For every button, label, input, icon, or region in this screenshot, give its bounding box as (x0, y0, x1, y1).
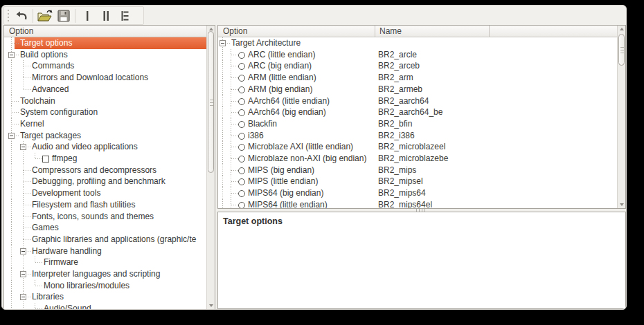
tree-item[interactable]: Commands (4, 60, 206, 72)
tree-item[interactable]: BlackfinBR2_bfin (218, 118, 617, 130)
tree-item[interactable]: MIPS64 (big endian)BR2_mips64 (218, 187, 617, 199)
tree-item-label: Commands (32, 61, 74, 71)
full-view-icon (119, 10, 130, 21)
tree-item[interactable]: AArch64 (big endian)BR2_aarch64_be (218, 106, 617, 118)
tree-guide-line (23, 205, 24, 210)
config-symbol-name: BR2_arceb (378, 61, 420, 71)
left-scrollbar[interactable] (206, 26, 215, 309)
tree-item[interactable]: Target packages (4, 130, 206, 142)
tree-guide-line (231, 193, 231, 198)
tree-connector-line (24, 205, 30, 205)
tree-item[interactable]: Microblaze non-AXI (big endian)BR2_micro… (218, 153, 617, 165)
open-button[interactable] (35, 8, 54, 24)
tree-item-label: Mirrors and Download locations (32, 73, 148, 83)
scroll-up-icon[interactable] (209, 28, 213, 30)
checkbox[interactable] (42, 156, 49, 162)
tree-guide-line (231, 136, 231, 141)
tree-item[interactable]: Firmware (4, 257, 206, 268)
tree-item[interactable]: Advanced (4, 84, 206, 95)
collapse-minus-icon[interactable] (20, 294, 26, 300)
left-tree: Target optionsBuild optionsCommandsMirro… (4, 26, 206, 309)
scroll-down-icon[interactable] (209, 304, 213, 307)
tree-item[interactable]: Games (4, 222, 206, 234)
tree-item[interactable]: MIPS64 (little endian)BR2_mips64el (218, 199, 617, 208)
collapse-minus-icon[interactable] (220, 40, 226, 46)
collapse-minus-icon[interactable] (8, 52, 15, 58)
tree-item[interactable]: ARM (big endian)BR2_armeb (218, 84, 617, 95)
tree-item[interactable]: Toolchain (4, 95, 206, 107)
tree-item[interactable]: ARC (little endian)BR2_arcle (218, 49, 617, 61)
tree-item-label: ARC (big endian) (248, 61, 312, 71)
split-view-button[interactable] (96, 8, 115, 24)
tree-item-label: ARM (big endian) (248, 84, 312, 95)
radio-button[interactable] (238, 156, 245, 162)
left-scrollbar-thumb[interactable] (208, 31, 214, 173)
tree-item[interactable]: Audio and video applications (4, 141, 206, 153)
right-scrollbar[interactable] (617, 26, 625, 208)
tree-item[interactable]: ARM (little endian)BR2_arm (218, 72, 617, 84)
single-view-button[interactable] (78, 8, 96, 24)
radio-button[interactable] (238, 86, 245, 93)
toolbar-drag-handle[interactable] (6, 10, 12, 22)
radio-button[interactable] (238, 121, 245, 128)
scroll-up-icon[interactable] (620, 28, 624, 30)
full-view-button[interactable] (115, 8, 134, 24)
tree-item[interactable]: Development tools (4, 187, 206, 199)
tree-item-label: ffmpeg (52, 154, 77, 164)
collapse-minus-icon[interactable] (20, 271, 26, 277)
tree-item[interactable]: System configuration (4, 106, 206, 118)
tree-item[interactable]: Compressors and decompressors (4, 165, 206, 176)
tree-item[interactable]: MIPS (little endian)BR2_mipsel (218, 176, 617, 187)
tree-item[interactable]: Kernel (4, 118, 206, 130)
app-window: Option Target optionsBuild optionsComman… (1, 5, 627, 310)
tree-item[interactable]: Mirrors and Download locations (4, 72, 206, 84)
radio-button[interactable] (238, 98, 245, 105)
tree-item[interactable]: i386BR2_i386 (218, 130, 617, 142)
tree-item[interactable]: Libraries (4, 291, 206, 303)
tree-item-label: Compressors and decompressors (32, 165, 156, 176)
config-symbol-name: BR2_arcle (378, 50, 417, 60)
radio-button[interactable] (238, 178, 245, 185)
tree-guide-line (222, 141, 223, 153)
tree-item[interactable]: Build options (4, 49, 206, 61)
tree-item[interactable]: Filesystem and flash utilities (4, 199, 206, 211)
collapse-minus-icon[interactable] (8, 133, 15, 139)
tree-item[interactable]: Audio/Sound (4, 303, 206, 309)
scroll-down-icon[interactable] (620, 203, 624, 206)
radio-button[interactable] (238, 144, 245, 151)
tree-item[interactable]: Microblaze AXI (little endian)BR2_microb… (218, 141, 617, 153)
tree-item[interactable]: Interpreter languages and scripting (4, 268, 206, 280)
tree-item[interactable]: Graphic libraries and applications (grap… (4, 234, 206, 245)
tree-item[interactable]: AArch64 (little endian)BR2_aarch64 (218, 95, 617, 107)
radio-button[interactable] (238, 190, 245, 197)
undo-button[interactable] (12, 8, 30, 24)
tree-item[interactable]: ffmpeg (4, 153, 206, 165)
radio-button[interactable] (238, 109, 245, 116)
radio-button[interactable] (238, 202, 245, 208)
tree-guide-line (231, 170, 231, 176)
tree-item-label: Audio and video applications (32, 142, 138, 152)
radio-button[interactable] (238, 133, 245, 140)
radio-button[interactable] (238, 75, 245, 82)
tree-item-label: Microblaze AXI (little endian) (248, 142, 353, 152)
tree-item-label: Hardware handling (32, 246, 102, 257)
save-button[interactable] (54, 8, 73, 24)
collapse-minus-icon[interactable] (20, 248, 26, 254)
tree-item[interactable]: Debugging, profiling and benchmark (4, 176, 206, 187)
tree-item[interactable]: Hardware handling (4, 245, 206, 257)
tree-item[interactable]: Target options (4, 37, 206, 49)
tree-item-label: Fonts, icons, sounds and themes (32, 212, 154, 222)
tree-item[interactable]: Target Architecture (218, 37, 617, 49)
radio-button[interactable] (238, 52, 245, 59)
right-scrollbar-thumb[interactable] (618, 34, 625, 66)
save-icon (57, 10, 70, 22)
split-view-icon (100, 10, 111, 21)
tree-item[interactable]: ARC (big endian)BR2_arceb (218, 60, 617, 72)
tree-item[interactable]: Fonts, icons, sounds and themes (4, 211, 206, 223)
tree-guide-line (222, 95, 223, 107)
collapse-minus-icon[interactable] (20, 144, 26, 150)
tree-item[interactable]: Mono libraries/modules (4, 280, 206, 292)
tree-item[interactable]: MIPS (big endian)BR2_mips (218, 165, 617, 176)
radio-button[interactable] (238, 63, 245, 70)
radio-button[interactable] (238, 167, 245, 174)
